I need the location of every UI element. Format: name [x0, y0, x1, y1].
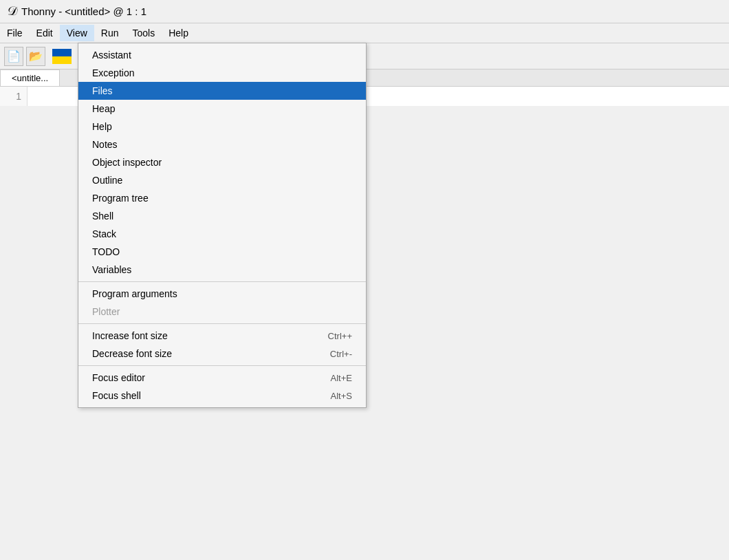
menu-item-stack[interactable]: Stack — [78, 225, 366, 243]
line-number-1: 1 — [6, 91, 21, 102]
menu-item-shell[interactable]: Shell — [78, 207, 366, 225]
title-bar: 𝒟 Thonny - <untitled> @ 1 : 1 — [0, 0, 729, 23]
svg-rect-1 — [52, 56, 72, 64]
menu-run[interactable]: Run — [94, 25, 126, 41]
menu-item-program-arguments[interactable]: Program arguments — [78, 285, 366, 303]
menu-item-assistant[interactable]: Assistant — [78, 46, 366, 64]
menu-item-variables[interactable]: Variables — [78, 261, 366, 279]
menu-tools[interactable]: Tools — [125, 25, 162, 41]
menu-item-focus-editor[interactable]: Focus editor Alt+E — [78, 369, 366, 387]
menu-item-object-inspector[interactable]: Object inspector — [78, 153, 366, 171]
menu-item-focus-shell[interactable]: Focus shell Alt+S — [78, 387, 366, 405]
open-file-button[interactable]: 📂 — [26, 47, 45, 66]
menu-file[interactable]: File — [0, 25, 30, 41]
separator-2 — [78, 323, 366, 324]
separator-1 — [78, 281, 366, 282]
menu-bar: File Edit View Run Tools Help — [0, 23, 729, 43]
menu-item-files[interactable]: Files — [78, 82, 366, 100]
flag-ukraine-icon — [52, 49, 72, 64]
new-file-button[interactable]: 📄 — [4, 47, 23, 66]
menu-item-plotter: Plotter — [78, 303, 366, 321]
menu-item-help-view[interactable]: Help — [78, 118, 366, 136]
menu-item-decrease-font[interactable]: Decrease font size Ctrl+- — [78, 345, 366, 363]
menu-edit[interactable]: Edit — [30, 25, 60, 41]
editor-tab[interactable]: <untitle... — [0, 69, 60, 86]
menu-item-increase-font[interactable]: Increase font size Ctrl++ — [78, 327, 366, 345]
menu-view[interactable]: View — [60, 25, 94, 41]
menu-item-outline[interactable]: Outline — [78, 171, 366, 189]
menu-item-exception[interactable]: Exception — [78, 64, 366, 82]
app-icon: 𝒟 — [7, 4, 17, 19]
new-file-icon: 📄 — [7, 50, 21, 63]
separator-3 — [78, 365, 366, 366]
view-dropdown-menu: Assistant Exception Files Heap Help Note… — [78, 43, 367, 408]
svg-rect-0 — [52, 49, 72, 56]
menu-item-notes[interactable]: Notes — [78, 136, 366, 153]
menu-item-heap[interactable]: Heap — [78, 100, 366, 118]
menu-help[interactable]: Help — [162, 25, 195, 41]
menu-item-program-tree[interactable]: Program tree — [78, 189, 366, 207]
window-title: Thonny - <untitled> @ 1 : 1 — [21, 6, 146, 17]
open-file-icon: 📂 — [29, 50, 43, 63]
line-numbers: 1 — [0, 87, 28, 106]
menu-item-todo[interactable]: TODO — [78, 243, 366, 261]
